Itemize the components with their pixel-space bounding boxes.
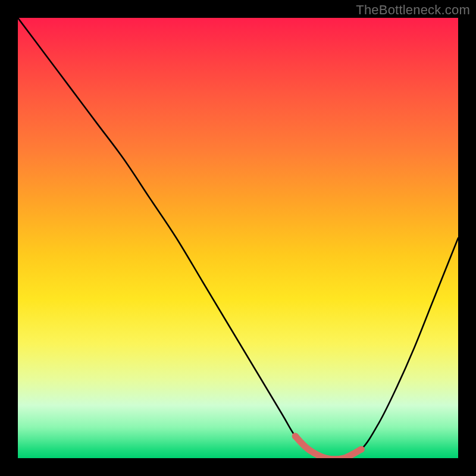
curve-layer bbox=[18, 18, 458, 458]
watermark-text: TheBottleneck.com bbox=[356, 2, 470, 18]
bottleneck-curve bbox=[18, 18, 458, 458]
optimal-range-end-dot bbox=[358, 446, 365, 453]
plot-area bbox=[18, 18, 458, 458]
optimal-range-start-dot bbox=[292, 433, 299, 440]
optimal-range-highlight bbox=[295, 436, 361, 458]
chart-frame: TheBottleneck.com bbox=[0, 0, 476, 476]
